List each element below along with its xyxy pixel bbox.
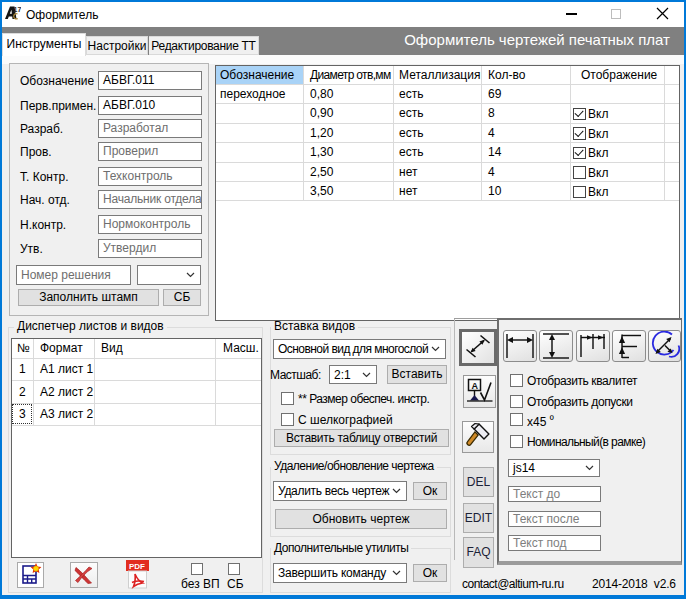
svg-text:17: 17 xyxy=(14,6,22,13)
svg-text:A: A xyxy=(472,381,479,391)
svg-text:PDF: PDF xyxy=(129,562,145,571)
